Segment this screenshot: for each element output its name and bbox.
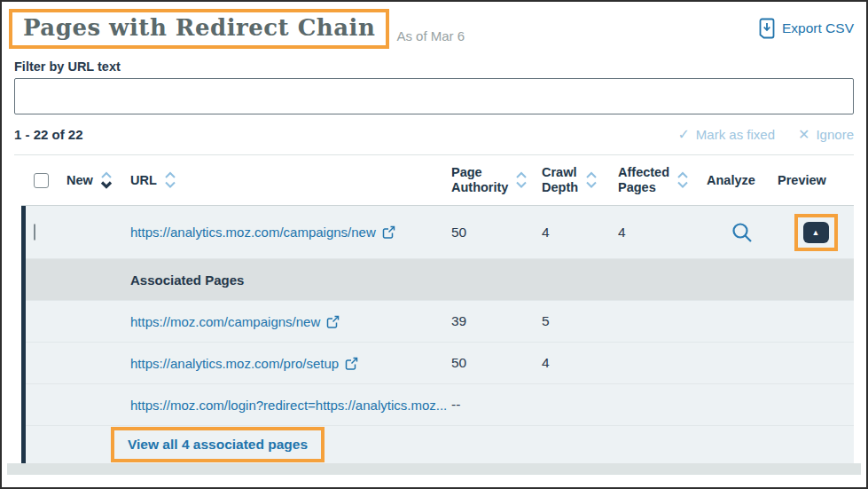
header-bar: Pages with Redirect Chain As of Mar 6 Ex… xyxy=(9,9,859,49)
collapse-triangle-icon: ▲ xyxy=(812,228,820,237)
x-icon: ✕ xyxy=(798,126,809,143)
view-all-row: View all 4 associated pages xyxy=(26,426,854,463)
associated-row: https://moz.com/campaigns/new 39 5 xyxy=(26,301,854,343)
pages-with-redirect-chain-screen: Pages with Redirect Chain As of Mar 6 Ex… xyxy=(0,0,868,489)
mark-as-fixed-label: Mark as fixed xyxy=(696,127,775,142)
associated-url-link[interactable]: https://analytics.moz.com/pro/setup xyxy=(130,356,339,371)
filter-label: Filter by URL text xyxy=(14,59,854,74)
title-annotation-box: Pages with Redirect Chain xyxy=(9,9,389,49)
count-row: 1 - 22 of 22 ✓ Mark as fixed ✕ Ignore xyxy=(14,114,854,155)
page-authority-value: 50 xyxy=(451,225,542,241)
checkmark-icon: ✓ xyxy=(677,126,689,143)
export-csv-button[interactable]: Export CSV xyxy=(758,18,854,39)
page-authority-value: 39 xyxy=(451,313,542,329)
column-header-crawl-depth[interactable]: Crawl Depth xyxy=(542,165,578,194)
associated-row: https://moz.com/login?redirect=https://a… xyxy=(26,384,854,426)
filter-section: Filter by URL text xyxy=(14,59,854,114)
expanded-row-group: https://analytics.moz.com/campaigns/new … xyxy=(21,206,854,463)
crawl-depth-value: 4 xyxy=(542,355,618,371)
external-link-icon[interactable] xyxy=(345,357,358,370)
export-csv-label: Export CSV xyxy=(782,20,854,36)
analyze-magnifier-icon[interactable] xyxy=(731,221,754,244)
result-count: 1 - 22 of 22 xyxy=(14,127,83,142)
column-header-affected-pages[interactable]: Affected Pages xyxy=(618,165,669,194)
row-checkbox[interactable] xyxy=(34,224,35,241)
page-authority-value: -- xyxy=(451,397,542,413)
view-all-annotation-box: View all 4 associated pages xyxy=(111,427,325,462)
select-all-checkbox[interactable] xyxy=(34,173,49,188)
row-url-link[interactable]: https://analytics.moz.com/campaigns/new xyxy=(130,225,376,240)
sort-icon-new[interactable] xyxy=(100,170,113,190)
column-header-url[interactable]: URL xyxy=(130,173,157,188)
sort-icon-page-authority[interactable] xyxy=(515,170,528,190)
associated-pages-label: Associated Pages xyxy=(130,272,244,288)
filter-url-input[interactable] xyxy=(14,78,854,114)
preview-annotation-box: ▲ xyxy=(794,214,838,251)
page-authority-value: 50 xyxy=(451,355,542,371)
column-header-preview: Preview xyxy=(778,173,826,188)
associated-row: https://analytics.moz.com/pro/setup 50 4 xyxy=(26,343,854,384)
export-csv-icon xyxy=(758,18,776,39)
table-bottom-strip xyxy=(7,463,861,475)
associated-pages-header: Associated Pages xyxy=(26,259,854,301)
ignore-button[interactable]: ✕ Ignore xyxy=(798,126,854,143)
affected-pages-value: 4 xyxy=(618,225,707,241)
column-header-analyze: Analyze xyxy=(707,173,755,188)
table-header-row: New URL Page Authority xyxy=(21,155,854,206)
view-all-associated-pages-link[interactable]: View all 4 associated pages xyxy=(128,437,308,452)
ignore-label: Ignore xyxy=(816,127,854,142)
external-link-icon[interactable] xyxy=(382,225,395,239)
sort-icon-affected-pages[interactable] xyxy=(676,170,689,190)
table-row-main: https://analytics.moz.com/campaigns/new … xyxy=(26,206,854,259)
as-of-date: As of Mar 6 xyxy=(396,28,465,49)
crawl-depth-value: 4 xyxy=(542,225,618,241)
bulk-actions: ✓ Mark as fixed ✕ Ignore xyxy=(677,126,854,143)
associated-url-link[interactable]: https://moz.com/campaigns/new xyxy=(130,314,320,329)
page-title: Pages with Redirect Chain xyxy=(23,14,375,41)
external-link-icon[interactable] xyxy=(326,315,340,328)
preview-collapse-button[interactable]: ▲ xyxy=(803,222,829,243)
sort-icon-url[interactable] xyxy=(164,170,176,190)
mark-as-fixed-button[interactable]: ✓ Mark as fixed xyxy=(677,126,775,143)
associated-url-link[interactable]: https://moz.com/login?redirect=https://a… xyxy=(130,398,447,413)
crawl-depth-value: 5 xyxy=(542,313,618,329)
sort-icon-crawl-depth[interactable] xyxy=(585,170,598,190)
column-header-page-authority[interactable]: Page Authority xyxy=(451,165,508,194)
column-header-new[interactable]: New xyxy=(66,173,93,188)
